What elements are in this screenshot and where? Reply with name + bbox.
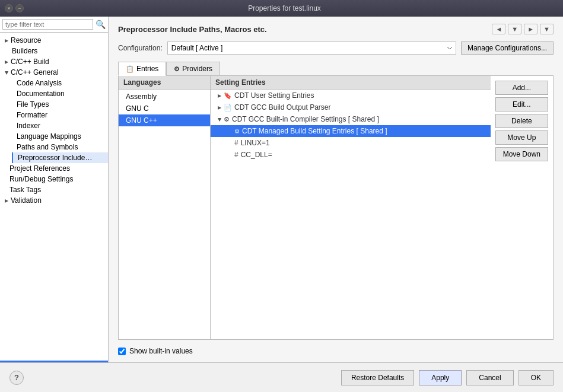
manage-configurations-button[interactable]: Manage Configurations... (461, 42, 554, 55)
right-action-buttons: Add... Edit... Delete Move Up Move Down (491, 76, 553, 339)
nav-forward-button[interactable]: ► (524, 24, 537, 34)
tab-providers[interactable]: ⚙ Providers (166, 62, 220, 76)
sidebar-item-cpp-general[interactable]: ▶ C/C++ General (0, 67, 108, 78)
sidebar-item-code-analysis[interactable]: Code Analysis (12, 78, 108, 88)
entries-tab-icon: 📋 (126, 65, 134, 73)
nav-back-button[interactable]: ◄ (492, 24, 505, 34)
sidebar-item-paths-symbols[interactable]: Paths and Symbols (12, 142, 108, 152)
lang-item-gnu-c[interactable]: GNU C (119, 103, 210, 114)
entry-icon-gcc: 📄 (224, 104, 232, 111)
show-builtin-label[interactable]: Show built-in values (118, 347, 193, 355)
sidebar-item-validation[interactable]: ▶ Validation (0, 195, 108, 206)
bottom-bar: Show built-in values (118, 345, 554, 358)
entry-label-cc-dll: CC_DLL= (241, 151, 272, 159)
sidebar-label-run-debug: Run/Debug Settings (9, 175, 73, 183)
title-bar: × − Properties for test.linux (0, 0, 563, 17)
sidebar-label-formatter: Formatter (17, 111, 47, 119)
filter-input[interactable] (2, 19, 93, 30)
sidebar-item-file-types[interactable]: File Types (12, 99, 108, 110)
entry-icon-user: 🔖 (224, 92, 232, 100)
sidebar-item-documentation[interactable]: Documentation (12, 88, 108, 99)
arrow-icon: ▶ (5, 38, 8, 43)
languages-list: Assembly GNU C GNU C++ (119, 90, 210, 339)
entry-label-linux: LINUX=1 (241, 139, 270, 147)
entry-label-cdt-builtin: CDT GCC Built-in Compiler Settings [ Sha… (232, 115, 379, 123)
nav-back-dropdown[interactable]: ▼ (508, 24, 521, 34)
entry-item-cdt-managed[interactable]: ⚙ CDT Managed Build Setting Entries [ Sh… (211, 125, 491, 137)
nav-forward-dropdown[interactable]: ▼ (540, 24, 554, 34)
sidebar-item-project-references[interactable]: Project References (0, 163, 108, 174)
sidebar-label-file-types: File Types (17, 100, 49, 109)
panel-header: Preprocessor Include Paths, Macros etc. … (118, 24, 554, 34)
sidebar-label-cpp-build: C/C++ Build (11, 58, 49, 66)
entry-sub-cc-dll[interactable]: # CC_DLL= (211, 149, 491, 161)
tabs-row: 📋 Entries ⚙ Providers (118, 62, 554, 76)
sidebar-item-task-tags[interactable]: Task Tags (0, 184, 108, 195)
footer-right: Restore Defaults Apply Cancel OK (341, 370, 554, 385)
entry-sub-linux[interactable]: # LINUX=1 (211, 137, 491, 149)
tab-entries-label: Entries (136, 65, 158, 73)
arrow-icon-builtin: ▶ (217, 117, 222, 121)
arrow-icon-user: ▶ (218, 93, 221, 98)
sidebar-item-formatter[interactable]: Formatter (12, 110, 108, 120)
sidebar-item-preprocessor-includes[interactable]: Preprocessor Include… (12, 152, 108, 163)
delete-button[interactable]: Delete (495, 114, 548, 128)
apply-button[interactable]: Apply (419, 370, 462, 385)
sidebar-label-task-tags: Task Tags (9, 186, 41, 194)
entry-group-cdt-builtin[interactable]: ▶ ⚙ CDT GCC Built-in Compiler Settings [… (211, 113, 491, 125)
window-controls[interactable]: × − (5, 4, 24, 12)
move-up-button[interactable]: Move Up (495, 130, 548, 145)
sidebar-item-cpp-build[interactable]: ▶ C/C++ Build (0, 56, 108, 67)
sidebar-label-indexer: Indexer (17, 122, 40, 130)
move-down-button[interactable]: Move Down (495, 147, 548, 161)
lang-item-gnu-cpp[interactable]: GNU C++ (119, 114, 210, 126)
filter-clear-icon[interactable]: 🔍 (96, 20, 106, 29)
entries-panel: Setting Entries ▶ 🔖 CDT User Setting Ent… (211, 76, 491, 339)
sidebar-item-builders[interactable]: Builders (7, 46, 108, 56)
sidebar-label-cpp-general: C/C++ General (11, 68, 59, 77)
main-container: 🔍 ▶ Resource Builders ▶ C/C++ Build ▶ C/… (0, 17, 563, 362)
sidebar-item-run-debug[interactable]: Run/Debug Settings (0, 174, 108, 184)
minimize-button[interactable]: − (15, 4, 24, 12)
content-area: Languages Assembly GNU C GNU C++ Setting… (118, 75, 554, 340)
sidebar-item-indexer[interactable]: Indexer (12, 120, 108, 131)
entries-list: ▶ 🔖 CDT User Setting Entries ▶ 📄 CDT GCC… (211, 90, 491, 339)
left-panel: 🔍 ▶ Resource Builders ▶ C/C++ Build ▶ C/… (0, 17, 109, 362)
entry-icon-managed: ⚙ (234, 128, 240, 135)
sidebar-label-resource: Resource (11, 36, 41, 44)
entry-group-cdt-gcc[interactable]: ▶ 📄 CDT GCC Build Output Parser (211, 101, 491, 113)
config-row: Configuration: Default [ Active ] Manage… (118, 42, 554, 55)
entry-group-cdt-user[interactable]: ▶ 🔖 CDT User Setting Entries (211, 90, 491, 101)
entry-icon-cc-dll: # (234, 151, 238, 159)
ok-button[interactable]: OK (519, 370, 554, 385)
sidebar-label-preprocessor-includes: Preprocessor Include… (18, 154, 92, 162)
window-title: Properties for test.linux (28, 4, 540, 12)
sidebar-label-code-analysis: Code Analysis (17, 79, 62, 87)
restore-defaults-button[interactable]: Restore Defaults (341, 370, 414, 385)
show-builtin-text: Show built-in values (129, 347, 193, 355)
sidebar-label-documentation: Documentation (17, 90, 65, 98)
entry-label-cdt-user: CDT User Setting Entries (234, 91, 314, 100)
arrow-icon-gcc: ▶ (218, 105, 221, 110)
cancel-button[interactable]: Cancel (466, 370, 513, 385)
sidebar-item-resource[interactable]: ▶ Resource (0, 35, 108, 46)
lang-item-assembly[interactable]: Assembly (119, 91, 210, 103)
entry-label-cdt-managed: CDT Managed Build Setting Entries [ Shar… (242, 127, 387, 135)
tab-providers-label: Providers (182, 65, 212, 73)
page-title: Preprocessor Include Paths, Macros etc. (118, 25, 267, 34)
show-builtin-checkbox[interactable] (118, 348, 126, 355)
add-button[interactable]: Add... (495, 81, 548, 95)
help-button[interactable]: ? (9, 371, 24, 385)
blue-bar (0, 361, 108, 362)
filter-box: 🔍 (0, 17, 108, 33)
providers-tab-icon: ⚙ (174, 65, 180, 73)
footer: ? Restore Defaults Apply Cancel OK (0, 362, 563, 392)
tab-entries[interactable]: 📋 Entries (118, 62, 166, 76)
edit-button[interactable]: Edit... (495, 97, 548, 111)
sidebar-item-language-mappings[interactable]: Language Mappings (12, 131, 108, 142)
config-select[interactable]: Default [ Active ] (167, 42, 456, 55)
sidebar-label-project-references: Project References (9, 164, 70, 173)
cpp-general-children: Code Analysis Documentation File Types F… (12, 78, 108, 163)
close-button[interactable]: × (5, 4, 13, 12)
sidebar-label-paths-symbols: Paths and Symbols (17, 143, 78, 151)
